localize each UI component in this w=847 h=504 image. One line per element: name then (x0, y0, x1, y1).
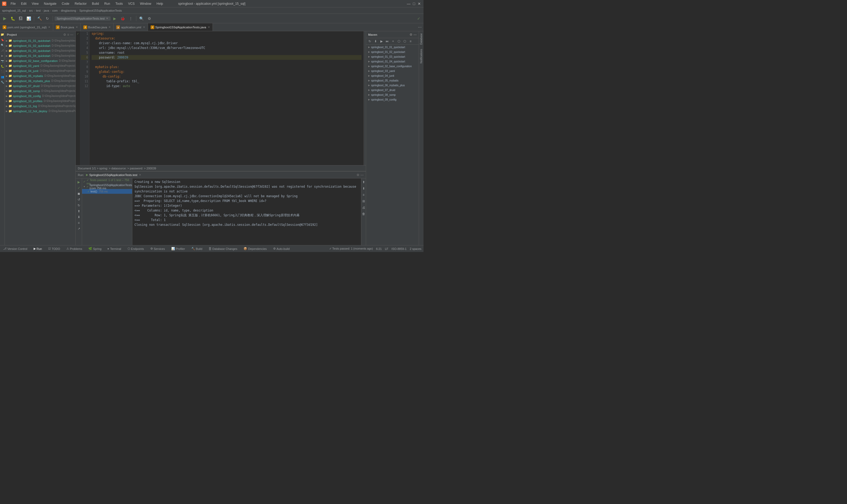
path-class[interactable]: Springboot15SqlApplicationTests (79, 9, 122, 12)
run-scroll-up[interactable]: ⬆ (361, 179, 366, 185)
maven-settings-icon[interactable]: ⚙ (410, 33, 412, 37)
menu-build[interactable]: Build (90, 1, 101, 6)
maven-item-7[interactable]: ▶ springboot_04_junit (366, 73, 419, 78)
run-tab-tests[interactable]: ▶ Springboot15SqlApplicationTests.test ✕ (86, 173, 141, 177)
tree-item-profiles[interactable]: ▶ 📁 springboot_10_profiles D:\DingJiaxio… (5, 98, 75, 104)
bottom-tab-run[interactable]: ▶ Run (33, 247, 43, 250)
run-config-debug[interactable]: 🐞 (119, 15, 127, 22)
menu-view[interactable]: View (30, 1, 41, 6)
tree-item-02-quickstart[interactable]: ▶ 📁 springboot_01_02_quickstart D:\DingJ… (5, 43, 75, 48)
profile-button[interactable]: 📊 (25, 15, 32, 22)
bottom-tab-build[interactable]: 🔨 Build (190, 247, 203, 250)
team-icon[interactable]: 👥 (0, 75, 4, 79)
tree-item-ssmp[interactable]: ▶ 📁 springboot_08_ssmp D:\DingJiaxiong\I… (5, 88, 75, 93)
tree-item-hot-deploy[interactable]: ▶ 📁 springboot_12_hot_deploy D:\DingJiax… (5, 109, 75, 113)
run-check-btn[interactable]: ✓ (76, 185, 82, 191)
bottom-tab-services[interactable]: ⚙ Services (149, 247, 166, 250)
run-rerun-fail-btn[interactable]: ↻ (76, 203, 82, 208)
terminal-icon-side[interactable]: ⬛ (0, 69, 4, 74)
bottom-tab-profiler[interactable]: 📊 Profiler (170, 247, 186, 250)
run-rerun-btn[interactable]: ↺ (76, 197, 82, 202)
menu-run[interactable]: Run (102, 1, 112, 6)
maven-item-2[interactable]: ▶ springboot_01_02_quickstart (366, 50, 419, 54)
run-delete-icon[interactable]: 🗑 (361, 211, 366, 217)
run-minimize-icon[interactable]: — (361, 173, 364, 177)
run-config-run[interactable]: ▶ (111, 15, 119, 22)
bottom-tab-endpoints[interactable]: ⬡ Endpoints (127, 247, 145, 250)
project-layout-icon[interactable]: ≡ (67, 33, 69, 37)
menu-code[interactable]: Code (59, 1, 71, 6)
maven-item-8[interactable]: ▶ springboot_05_mybatis (366, 78, 419, 83)
maven-item-3[interactable]: ▶ springboot_01_03_quickstart (366, 54, 419, 59)
maven-refresh-btn[interactable]: ↻ (367, 39, 373, 44)
path-src[interactable]: src (29, 9, 33, 12)
build-button[interactable]: 🔨 (36, 15, 43, 22)
editor-scrollbar[interactable] (364, 31, 366, 165)
code-content[interactable]: spring: datasource: driver-class-name: c… (89, 31, 364, 165)
close-button[interactable]: ✕ (417, 2, 421, 6)
maven-item-10[interactable]: ▶ springboot_07_druid (366, 88, 419, 92)
run-sort-asc-btn[interactable]: ⬆ (76, 209, 82, 214)
tree-item-junit[interactable]: ▶ 📁 springboot_04_junit D:\DingJiaxiong\… (5, 68, 75, 73)
menu-window[interactable]: Window (138, 1, 154, 6)
tree-item-01-quickstart[interactable]: ▶ 📁 springboot_01_01_quickstart D:\DingJ… (5, 38, 75, 43)
tab-pom[interactable]: x pom.xml (springboot_15_sql) ✕ (0, 23, 53, 31)
maven-item-9[interactable]: ▶ springboot_06_mybatis_plus (366, 83, 419, 88)
tab-tests[interactable]: J Springboot15SqlApplicationTests.java ✕ (148, 23, 213, 31)
maven-run-btn[interactable]: ▶ (379, 39, 384, 44)
maven-item-12[interactable]: ▶ springboot_09_config (366, 97, 419, 102)
test-root-item[interactable]: ▼ ✓ Springboot15SqlApplicationTests (com… (82, 184, 132, 189)
run-settings-side[interactable]: ≡ (361, 192, 366, 197)
maven-item-5[interactable]: ▶ springboot_02_base_configuration (366, 64, 419, 69)
run-button[interactable]: ▶ (1, 15, 8, 22)
database-tab[interactable]: Database (419, 31, 423, 47)
menu-edit[interactable]: Edit (19, 1, 29, 6)
path-java[interactable]: java (44, 9, 49, 12)
bottom-tab-todo[interactable]: ☑ TODO (47, 247, 61, 250)
path-com[interactable]: com (52, 9, 58, 12)
tab-yml-close[interactable]: ✕ (143, 26, 145, 29)
camera-icon[interactable]: 📷 (0, 59, 4, 63)
sync-button[interactable]: ↻ (44, 15, 51, 22)
maven-item-1[interactable]: ▶ springboot_01_01_quickstart (366, 45, 419, 50)
maximize-button[interactable]: □ (412, 2, 416, 6)
run-stop-btn[interactable]: ⏹ (76, 191, 82, 196)
path-package[interactable]: dingjiaxiong (61, 9, 76, 12)
tree-item-log[interactable]: ▶ 📁 springboot_11_log D:\DingJiaxiong\Id… (5, 104, 75, 109)
bottom-tab-dependencies[interactable]: 📦 Dependencies (242, 247, 268, 250)
notifications-button[interactable]: ✓ (415, 15, 422, 22)
notifications-tab[interactable]: Notifications (419, 47, 423, 66)
find-icon[interactable]: 🔍 (0, 43, 4, 47)
tree-item-03-quickstart[interactable]: ▶ 📁 springboot_01_03_quickstart D:\DingJ… (5, 48, 75, 53)
maven-diagram-btn[interactable]: ⬡ (396, 39, 401, 44)
run-sort-desc-btn[interactable]: ⬇ (76, 214, 82, 220)
minimize-button[interactable]: — (407, 2, 411, 6)
run-icon-side[interactable]: ▶ (0, 53, 4, 58)
tab-tests-close[interactable]: ✕ (208, 26, 210, 29)
tab-bookdao-close[interactable]: ✕ (109, 26, 111, 29)
run-scroll-down[interactable]: ⬇ (361, 186, 366, 191)
menu-vcs[interactable]: VCS (126, 1, 137, 6)
project-settings-icon[interactable]: ⚙ (63, 33, 66, 37)
tab-bookdao[interactable]: J BookDao.java ✕ (81, 23, 114, 31)
bottom-tab-vcs[interactable]: ⎇ Version Control (2, 247, 28, 250)
search-button[interactable]: 🔍 (138, 15, 145, 22)
maven-item-11[interactable]: ▶ springboot_08_ssmp (366, 92, 419, 97)
bottom-tab-spring[interactable]: 🌿 Spring (87, 247, 103, 250)
tree-item-druid[interactable]: ▶ 📁 springboot_07_druid D:\DingJiaxiong\… (5, 84, 75, 88)
project-collapse-icon[interactable]: — (70, 33, 73, 37)
settings-button[interactable]: ⚙ (146, 15, 153, 22)
tree-item-base-config[interactable]: ▶ 📁 springboot_02_base_configuration D:\… (5, 58, 75, 63)
maven-minimize-icon[interactable]: — (413, 33, 417, 37)
project-icon[interactable]: 📁 (0, 32, 4, 37)
tab-book-close[interactable]: ✕ (76, 26, 78, 29)
bottom-tab-db-changes[interactable]: 🗄 Database Changes (208, 247, 238, 250)
tree-item-mybatis[interactable]: ▶ 📁 springboot_05_mybatis D:\DingJiaxion… (5, 73, 75, 78)
run-layout-icon[interactable]: ⊞ (361, 199, 366, 204)
menu-navigate[interactable]: Navigate (42, 1, 58, 6)
maven-download-btn[interactable]: ⬇ (373, 39, 378, 44)
maven-item-6[interactable]: ▶ springboot_03_yaml (366, 69, 419, 73)
coverage-button[interactable]: ⛾ (17, 15, 24, 22)
maven-item-4[interactable]: ▶ springboot_01_04_quickstart (366, 59, 419, 64)
bottom-tab-problems[interactable]: ⚠ Problems (66, 247, 83, 250)
